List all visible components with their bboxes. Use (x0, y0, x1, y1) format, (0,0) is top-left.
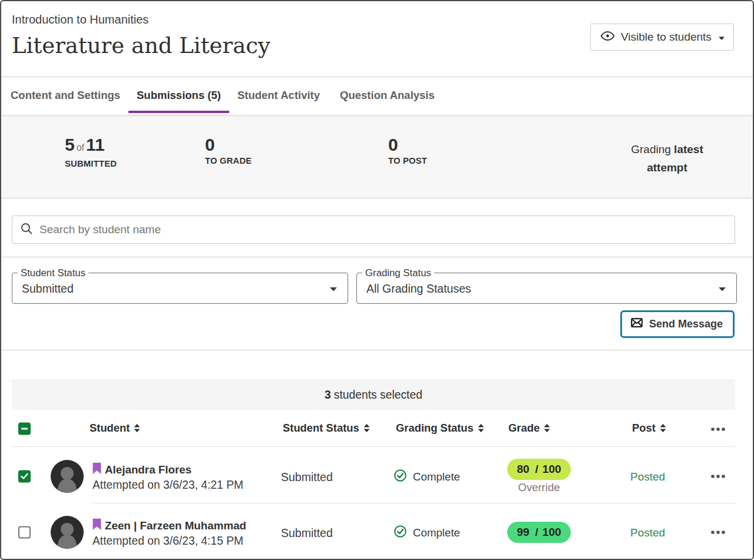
row-options-menu[interactable] (710, 471, 726, 482)
column-header-label: Grade (508, 422, 540, 435)
tab-bar: Content and Settings Submissions (5) Stu… (1, 77, 753, 115)
sort-icon (478, 424, 484, 432)
table-options-menu[interactable] (710, 424, 726, 435)
tab-content-and-settings[interactable]: Content and Settings (2, 89, 128, 113)
grading-status-text: Complete (413, 526, 460, 539)
ellipsis-icon (711, 428, 725, 431)
student-status-cell: Submitted (281, 470, 333, 483)
submissions-table: 3 students selected Student Student Stat… (1, 380, 753, 559)
avatar (51, 460, 84, 493)
column-header-post[interactable]: Post (632, 422, 666, 435)
stat-to-post: 0 TO POST (388, 136, 427, 165)
column-header-label: Grading Status (396, 422, 474, 435)
row-checkbox[interactable] (18, 526, 31, 538)
search-input[interactable] (39, 223, 727, 236)
submissions-page: Introduction to Humanities Literature an… (1, 1, 753, 559)
attempt-timestamp: Attempted on 3/6/23, 4:21 PM (92, 478, 243, 491)
student-name-line: Zeen | Farzeen Muhammad (92, 518, 246, 532)
bookmark-icon[interactable] (92, 518, 101, 532)
select-all-checkbox[interactable] (18, 423, 31, 435)
sort-icon (363, 424, 370, 432)
stat-to-grade: 0 TO GRADE (205, 136, 252, 165)
stat-submitted: 5of11 SUBMITTED (65, 136, 117, 168)
column-header-label: Post (632, 422, 656, 435)
column-header-label: Student (90, 422, 130, 435)
sort-icon (544, 424, 550, 432)
post-status-link[interactable]: Posted (630, 470, 665, 483)
chevron-down-icon (329, 283, 338, 294)
stat-submitted-label: SUBMITTED (65, 159, 117, 168)
bookmark-icon[interactable] (92, 462, 101, 476)
column-header-grading-status[interactable]: Grading Status (396, 422, 484, 435)
column-header-grade[interactable]: Grade (508, 422, 550, 435)
grading-status-select-label: Grading Status (362, 267, 434, 279)
page-header: Introduction to Humanities Literature an… (1, 1, 753, 77)
tab-student-activity[interactable]: Student Activity (229, 89, 328, 113)
chevron-down-icon (718, 31, 725, 44)
visibility-button-label: Visible to students (621, 31, 712, 44)
send-message-button[interactable]: Send Message (620, 310, 735, 338)
filters-section: Student Status Submitted Grading Status … (1, 257, 753, 350)
selected-count: 3 (325, 389, 331, 402)
envelope-icon (631, 318, 643, 330)
student-status-select-value: Submitted (22, 281, 74, 295)
grading-status-cell: Complete (394, 525, 460, 541)
override-label: Override (507, 481, 571, 494)
stat-to-grade-value: 0 (205, 136, 252, 154)
grading-mode-text: Grading latest attempt (621, 141, 713, 177)
column-header-label: Student Status (283, 422, 359, 435)
visibility-button[interactable]: Visible to students (590, 24, 734, 51)
student-cell: Zeen | Farzeen Muhammad Attempted on 3/6… (92, 518, 246, 547)
sort-icon (660, 424, 666, 432)
grade-separator: / (535, 526, 538, 539)
table-row: Zeen | Farzeen Muhammad Attempted on 3/6… (12, 503, 735, 559)
grade-total: 100 (543, 463, 561, 476)
selected-count-bar: 3 students selected (12, 380, 735, 410)
grade-pill[interactable]: 99/100 (507, 522, 571, 543)
tab-question-analysis[interactable]: Question Analysis (332, 89, 443, 113)
grading-status-text: Complete (413, 470, 460, 483)
grade-total: 100 (543, 526, 561, 539)
student-name-link[interactable]: Alejandra Flores (105, 463, 191, 476)
search-icon (20, 222, 33, 237)
table-header-row: Student Student Status Grading Status (12, 410, 735, 447)
stat-to-post-value: 0 (388, 136, 427, 154)
grade-score: 99 (517, 526, 529, 539)
row-checkbox[interactable] (18, 470, 31, 482)
stat-submitted-value: 5 (65, 135, 75, 154)
column-header-student-status[interactable]: Student Status (283, 422, 370, 435)
search-box (12, 216, 735, 244)
ellipsis-icon (711, 475, 725, 478)
stats-bar: 5of11 SUBMITTED 0 TO GRADE 0 TO POST Gra… (1, 115, 753, 198)
student-cell: Alejandra Flores Attempted on 3/6/23, 4:… (92, 462, 243, 491)
stat-to-grade-label: TO GRADE (205, 156, 252, 165)
student-status-select[interactable]: Student Status Submitted (12, 273, 348, 304)
eye-icon (600, 31, 615, 44)
complete-check-icon (394, 525, 406, 541)
grading-mode-prefix: Grading (631, 143, 674, 155)
ellipsis-icon (711, 531, 725, 534)
send-message-label: Send Message (649, 318, 723, 330)
tab-submissions[interactable]: Submissions (5) (128, 89, 229, 113)
avatar (51, 516, 84, 549)
row-options-menu[interactable] (710, 527, 726, 538)
student-name-link[interactable]: Zeen | Farzeen Muhammad (105, 519, 246, 532)
sort-icon (134, 424, 140, 432)
table: 3 students selected Student Student Stat… (12, 380, 735, 559)
grade-pill[interactable]: 80/100 (507, 459, 571, 480)
grading-status-cell: Complete (394, 469, 460, 485)
grade-separator: / (535, 463, 538, 476)
stat-submitted-total: 11 (86, 135, 105, 154)
table-row: Alejandra Flores Attempted on 3/6/23, 4:… (12, 447, 735, 503)
course-name: Introduction to Humanities (12, 13, 148, 26)
grading-status-select[interactable]: Grading Status All Grading Statuses (356, 273, 737, 304)
grading-status-select-value: All Grading Statuses (366, 281, 471, 295)
post-status-link[interactable]: Posted (630, 526, 665, 539)
selected-count-suffix: students selected (334, 389, 422, 402)
stat-submitted-numbers: 5of11 (65, 136, 117, 157)
complete-check-icon (394, 469, 406, 485)
page-title: Literature and Literacy (12, 33, 270, 58)
stat-to-post-label: TO POST (388, 156, 427, 165)
column-header-student[interactable]: Student (90, 422, 140, 435)
search-section (1, 198, 753, 257)
